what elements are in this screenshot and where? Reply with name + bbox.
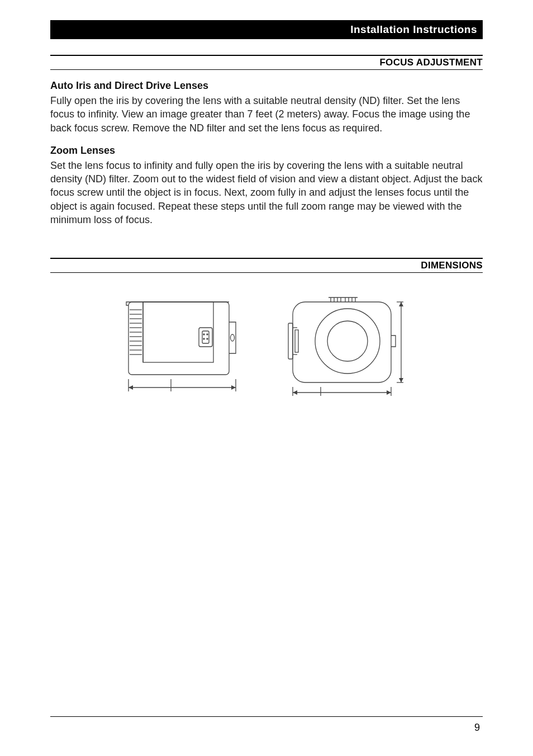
svg-point-42	[315, 309, 380, 374]
svg-marker-53	[293, 390, 297, 395]
svg-marker-25	[129, 385, 133, 390]
body-text: Set the lens focus to infinity and fully…	[50, 159, 483, 226]
header-title: Installation Instructions	[350, 23, 477, 35]
page-number: 9	[474, 722, 480, 734]
svg-rect-16	[202, 331, 209, 343]
svg-rect-28	[293, 302, 391, 382]
camera-side-view-diagram	[118, 295, 247, 407]
svg-point-19	[203, 338, 204, 339]
svg-marker-55	[387, 390, 391, 395]
svg-point-17	[203, 334, 204, 335]
section-title-dimensions: DIMENSIONS	[50, 259, 483, 271]
header-bar: Installation Instructions	[50, 20, 483, 39]
svg-point-18	[207, 334, 208, 335]
svg-point-1	[231, 334, 235, 341]
svg-rect-38	[288, 323, 293, 359]
subheading-auto-iris: Auto Iris and Direct Drive Lenses	[50, 80, 483, 92]
svg-rect-41	[295, 330, 298, 352]
divider	[50, 272, 483, 273]
svg-marker-27	[231, 385, 236, 390]
svg-rect-15	[199, 328, 212, 347]
svg-marker-47	[399, 302, 403, 306]
section-title-focus: FOCUS ADJUSTMENT	[50, 56, 483, 68]
divider	[50, 69, 483, 70]
svg-point-43	[327, 321, 368, 361]
subheading-zoom-lenses: Zoom Lenses	[50, 145, 483, 157]
svg-rect-0	[129, 302, 229, 375]
svg-marker-48	[399, 378, 403, 382]
dimensions-diagrams	[50, 295, 483, 407]
svg-point-20	[207, 338, 208, 339]
svg-rect-3	[143, 302, 213, 362]
body-text: Fully open the iris by covering the lens…	[50, 94, 483, 135]
footer-divider	[50, 716, 483, 717]
camera-front-view-diagram	[286, 295, 415, 407]
